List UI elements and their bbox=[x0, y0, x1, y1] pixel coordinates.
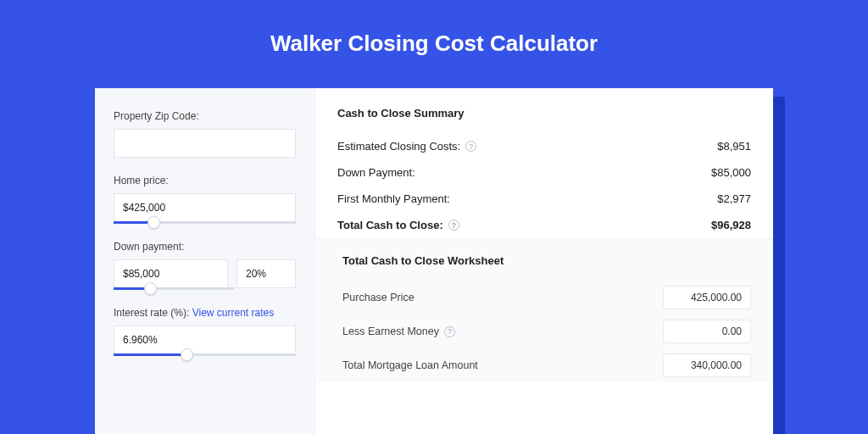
summary-row-label: Estimated Closing Costs:? bbox=[337, 140, 476, 153]
home-price-field-group: Home price: $425,000 bbox=[114, 175, 296, 224]
summary-heading: Cash to Close Summary bbox=[337, 107, 751, 120]
worksheet-section: Total Cash to Close Worksheet Purchase P… bbox=[315, 238, 773, 382]
worksheet-row: Purchase Price425,000.00 bbox=[337, 281, 751, 314]
summary-row-value: $96,928 bbox=[711, 219, 751, 231]
home-price-label: Home price: bbox=[114, 175, 296, 186]
summary-row: First Monthly Payment:$2,977 bbox=[337, 186, 751, 212]
worksheet-row: Total Mortgage Loan Amount340,000.00 bbox=[337, 348, 751, 382]
summary-row: Down Payment:$85,000 bbox=[337, 159, 751, 186]
interest-rate-input[interactable]: 6.960% bbox=[114, 326, 296, 354]
page-title: Walker Closing Cost Calculator bbox=[0, 0, 868, 81]
interest-rate-slider[interactable] bbox=[114, 353, 296, 356]
worksheet-row-label-text: Purchase Price bbox=[342, 292, 415, 303]
summary-row-label-text: First Monthly Payment: bbox=[337, 192, 450, 205]
interest-rate-label-text: Interest rate (%): bbox=[114, 307, 192, 319]
results-panel: Cash to Close Summary Estimated Closing … bbox=[315, 88, 773, 434]
down-payment-label: Down payment: bbox=[114, 241, 296, 253]
interest-rate-slider-thumb[interactable] bbox=[181, 348, 193, 361]
worksheet-row-label: Total Mortgage Loan Amount bbox=[342, 359, 478, 371]
home-price-slider[interactable] bbox=[114, 221, 296, 224]
inputs-panel: Property Zip Code: Home price: $425,000 … bbox=[95, 88, 315, 434]
worksheet-row-label: Less Earnest Money? bbox=[342, 326, 455, 337]
worksheet-rows: Purchase Price425,000.00Less Earnest Mon… bbox=[337, 281, 751, 382]
summary-row-label-text: Down Payment: bbox=[337, 166, 415, 179]
worksheet-row-label-text: Less Earnest Money bbox=[342, 326, 439, 337]
worksheet-row-label: Purchase Price bbox=[342, 292, 415, 303]
interest-rate-slider-fill bbox=[114, 353, 186, 356]
down-payment-slider[interactable] bbox=[114, 287, 234, 290]
worksheet-heading: Total Cash to Close Worksheet bbox=[342, 254, 751, 267]
home-price-slider-thumb[interactable] bbox=[147, 216, 160, 229]
down-payment-slider-thumb[interactable] bbox=[144, 282, 157, 295]
worksheet-row-label-text: Total Mortgage Loan Amount bbox=[342, 359, 478, 371]
summary-row: Total Cash to Close:?$96,928 bbox=[337, 212, 751, 238]
zip-input[interactable] bbox=[114, 129, 296, 158]
summary-row: Estimated Closing Costs:?$8,951 bbox=[337, 133, 751, 159]
interest-rate-field-group: Interest rate (%): View current rates 6.… bbox=[114, 307, 296, 356]
help-icon[interactable]: ? bbox=[444, 326, 455, 337]
calculator-card: Property Zip Code: Home price: $425,000 … bbox=[95, 88, 773, 434]
summary-row-label: Total Cash to Close:? bbox=[337, 219, 459, 231]
down-payment-pct-input[interactable]: 20% bbox=[236, 259, 296, 288]
view-current-rates-link[interactable]: View current rates bbox=[192, 307, 275, 319]
worksheet-row-input[interactable]: 425,000.00 bbox=[663, 286, 751, 309]
worksheet-row: Less Earnest Money?0.00 bbox=[337, 314, 751, 348]
summary-row-value: $8,951 bbox=[717, 140, 751, 153]
summary-row-label-text: Total Cash to Close: bbox=[337, 219, 443, 231]
help-icon[interactable]: ? bbox=[465, 141, 476, 152]
summary-rows: Estimated Closing Costs:?$8,951Down Paym… bbox=[337, 133, 751, 238]
zip-label: Property Zip Code: bbox=[114, 110, 296, 122]
summary-row-label: First Monthly Payment: bbox=[337, 192, 450, 205]
summary-row-label-text: Estimated Closing Costs: bbox=[337, 140, 460, 153]
zip-field-group: Property Zip Code: bbox=[114, 110, 296, 158]
down-payment-field-group: Down payment: $85,000 20% bbox=[114, 241, 296, 290]
summary-row-label: Down Payment: bbox=[337, 166, 415, 179]
down-payment-value-input[interactable]: $85,000 bbox=[114, 259, 228, 288]
summary-row-value: $85,000 bbox=[711, 166, 751, 179]
summary-row-value: $2,977 bbox=[717, 192, 751, 205]
interest-rate-label: Interest rate (%): View current rates bbox=[114, 307, 296, 319]
help-icon[interactable]: ? bbox=[448, 220, 459, 231]
worksheet-row-input[interactable]: 340,000.00 bbox=[663, 353, 751, 377]
home-price-input[interactable]: $425,000 bbox=[114, 193, 296, 222]
worksheet-row-input[interactable]: 0.00 bbox=[663, 320, 751, 343]
